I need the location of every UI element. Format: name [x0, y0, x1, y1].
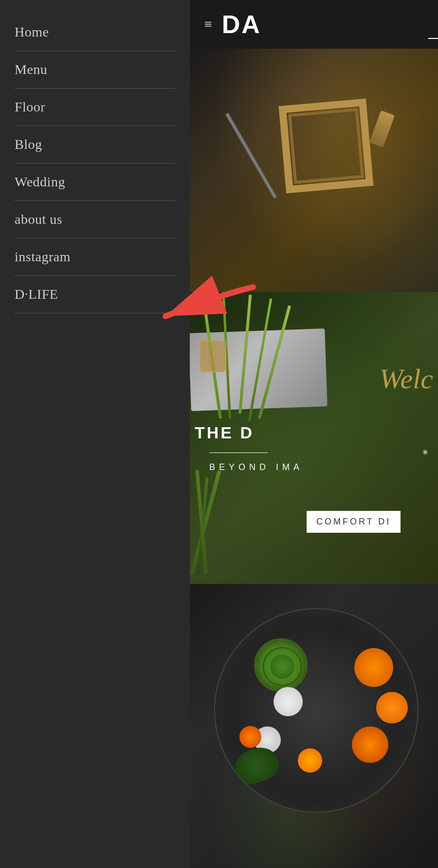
veggie-green-artichoke — [254, 638, 308, 692]
sidebar-item-instagram[interactable]: instagram — [15, 238, 175, 276]
sidebar-item-blog[interactable]: Blog — [15, 126, 175, 163]
welcome-text: Welc — [379, 365, 433, 393]
brand-title: DA — [222, 10, 261, 39]
knife-decoration — [225, 112, 277, 199]
the-d-text: THE D — [195, 423, 254, 442]
sidebar: Home Menu Floor Blog Wedding about us in… — [0, 0, 190, 868]
jar-decoration — [200, 341, 226, 372]
veggie-orange-2 — [376, 692, 408, 723]
frame-inner-decoration — [288, 108, 364, 184]
veggie-orange-small-2 — [298, 748, 322, 773]
beyond-text: BEYOND IMA — [209, 462, 303, 472]
sidebar-nav: Home Menu Floor Blog Wedding about us in… — [15, 10, 175, 313]
hamburger-icon[interactable]: ≡ — [204, 17, 212, 32]
sidebar-item-about-us[interactable]: about us — [15, 201, 175, 238]
arrow-annotation — [127, 272, 263, 331]
veggie-orange-3 — [352, 726, 388, 763]
sidebar-item-menu[interactable]: Menu — [15, 51, 175, 89]
plate — [214, 608, 419, 813]
brand-underline — [428, 38, 438, 39]
sidebar-item-wedding[interactable]: Wedding — [15, 163, 175, 201]
veggie-orange-1 — [354, 648, 393, 687]
header-bar: ≡ DA — [190, 0, 438, 49]
sidebar-item-floor[interactable]: Floor — [15, 89, 175, 126]
hero-section-1 — [190, 49, 438, 292]
cork-decoration — [369, 110, 395, 147]
veggie-white-1 — [274, 687, 303, 716]
veggie-orange-small-1 — [239, 726, 261, 748]
divider-line — [209, 452, 268, 453]
comfort-di-button[interactable]: COMFORT DI — [307, 511, 401, 533]
hero-section-3 — [190, 584, 438, 868]
star-decoration: ✳ — [422, 448, 428, 457]
sidebar-item-home[interactable]: Home — [15, 10, 175, 51]
arrow-svg — [127, 272, 263, 331]
